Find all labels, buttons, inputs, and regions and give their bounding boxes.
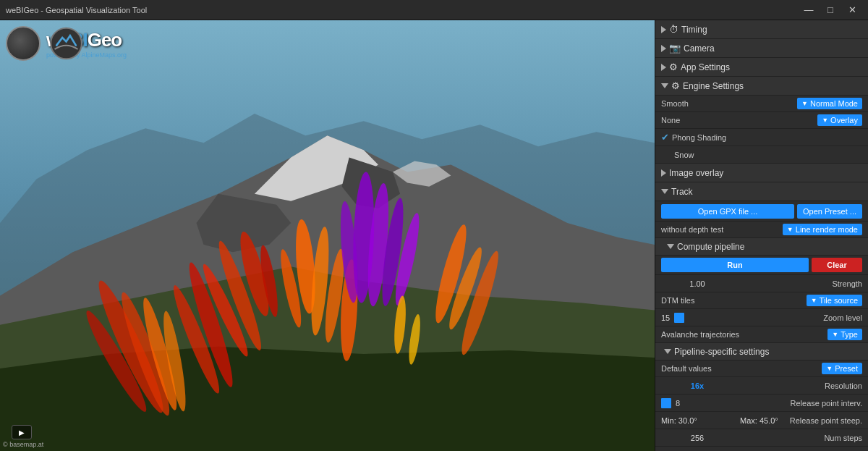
overlay-arrow-icon: ▼ bbox=[822, 117, 828, 124]
app-settings-expand-icon bbox=[661, 64, 666, 71]
phong-checkmark-icon: ✔ bbox=[661, 132, 669, 143]
open-preset-button[interactable]: Open Preset ... bbox=[797, 204, 862, 219]
timing-expand-icon bbox=[661, 26, 666, 33]
pipeline-specific-header[interactable]: Pipeline-specific settings bbox=[655, 343, 868, 361]
line-render-label: Line render mode bbox=[796, 225, 858, 234]
app-logo: weBIGeo powered by AlpineMaps.org bbox=[6, 26, 127, 61]
default-values-row: Default values ▼ Preset bbox=[655, 361, 868, 377]
overlay-dropdown[interactable]: ▼ Overlay bbox=[817, 114, 862, 126]
num-steps-row: 256 Num steps bbox=[655, 429, 868, 447]
app-settings-label: App Settings bbox=[681, 62, 730, 72]
phong-shading-label: Phong Shading bbox=[672, 133, 726, 142]
pipeline-specific-expand-icon bbox=[664, 349, 671, 354]
clear-button[interactable]: Clear bbox=[812, 258, 862, 272]
run-clear-row: Run Clear bbox=[655, 256, 868, 275]
smooth-row: Smooth ▼ Normal Mode bbox=[655, 96, 868, 112]
dtm-tiles-row: DTM tiles ▼ Tile source bbox=[655, 292, 868, 309]
gpx-preset-row: Open GPX file ... Open Preset ... bbox=[655, 201, 868, 222]
camera-icon: 📷 bbox=[669, 43, 681, 54]
type-label: Type bbox=[841, 330, 858, 339]
tile-source-arrow-icon: ▼ bbox=[811, 297, 817, 304]
camera-section-header[interactable]: 📷 Camera bbox=[655, 39, 868, 58]
pipeline-specific-label: Pipeline-specific settings bbox=[674, 347, 769, 357]
smooth-label: Smooth bbox=[661, 99, 689, 108]
open-gpx-button[interactable]: Open GPX file ... bbox=[661, 204, 794, 219]
engine-settings-label: Engine Settings bbox=[683, 81, 744, 91]
terrain-svg bbox=[0, 20, 655, 451]
none-overlay-row: None ▼ Overlay bbox=[655, 112, 868, 129]
close-button[interactable]: ✕ bbox=[842, 2, 862, 18]
tile-source-dropdown[interactable]: ▼ Tile source bbox=[807, 295, 862, 306]
depth-test-row: without depth test ▼ Line render mode bbox=[655, 222, 868, 238]
snow-label: Snow bbox=[661, 151, 694, 159]
image-overlay-label: Image overlay bbox=[669, 168, 723, 178]
run-button[interactable]: Run bbox=[661, 258, 809, 272]
preset-label: Preset bbox=[835, 364, 858, 373]
steepness-max-label: Max: 45.0° bbox=[740, 416, 778, 425]
release-interval-slider-icon[interactable] bbox=[661, 398, 671, 408]
resolution-label: Resolution bbox=[825, 382, 862, 390]
maximize-button[interactable]: □ bbox=[820, 2, 841, 18]
strength-row: 1.00 Strength bbox=[655, 275, 868, 292]
strength-value: 1.00 bbox=[661, 279, 733, 288]
image-overlay-expand-icon bbox=[661, 169, 666, 177]
titlebar: weBIGeo - Geospatial Visualization Tool … bbox=[0, 0, 868, 20]
track-section-header[interactable]: Track bbox=[655, 182, 868, 201]
timing-clock-icon: ⏱ bbox=[669, 24, 678, 35]
app-title: weBIGeo - Geospatial Visualization Tool bbox=[6, 6, 799, 14]
normal-mode-arrow-icon: ▼ bbox=[801, 100, 808, 107]
type-arrow-icon: ▼ bbox=[832, 331, 838, 338]
zoom-level-row: 15 Zoom level bbox=[655, 309, 868, 326]
zoom-level-value: 15 bbox=[661, 313, 670, 322]
resolution-value: 16x bbox=[661, 382, 733, 390]
zoom-level-label: Zoom level bbox=[823, 313, 862, 322]
minimize-button[interactable]: — bbox=[799, 2, 819, 18]
tile-source-label: Tile source bbox=[820, 296, 858, 305]
type-dropdown[interactable]: ▼ Type bbox=[827, 329, 862, 340]
app-settings-section-header[interactable]: ⚙ App Settings bbox=[655, 58, 868, 77]
compute-label: Compute pipeline bbox=[677, 242, 744, 252]
image-overlay-header[interactable]: Image overlay bbox=[655, 164, 868, 182]
timing-section-header[interactable]: ⏱ Timing bbox=[655, 20, 868, 39]
compute-expand-icon bbox=[667, 244, 674, 249]
avalanche-row: Avalanche trajectories ▼ Type bbox=[655, 326, 868, 343]
3d-viewport[interactable]: weBIGeo powered by AlpineMaps.org ▶ © ba… bbox=[0, 20, 655, 451]
normal-mode-dropdown[interactable]: ▼ Normal Mode bbox=[797, 98, 862, 109]
zoom-level-slider-icon[interactable] bbox=[674, 313, 684, 323]
camera-expand-icon bbox=[661, 45, 666, 52]
line-render-arrow-icon: ▼ bbox=[787, 226, 793, 233]
main-content: weBIGeo powered by AlpineMaps.org ▶ © ba… bbox=[0, 20, 868, 451]
engine-settings-section-header[interactable]: ⚙ Engine Settings bbox=[655, 77, 868, 96]
line-render-mode-dropdown[interactable]: ▼ Line render mode bbox=[783, 224, 862, 235]
play-button[interactable]: ▶ bbox=[12, 425, 32, 439]
resolution-row: 16x Resolution bbox=[655, 377, 868, 395]
num-steps-label: Num steps bbox=[824, 434, 862, 442]
engine-settings-gear-icon: ⚙ bbox=[671, 80, 680, 91]
compute-pipeline-header[interactable]: Compute pipeline bbox=[655, 238, 868, 256]
steepness-range-row: Min: 30.0° Max: 45.0° Release point stee… bbox=[655, 412, 868, 429]
svg-point-27 bbox=[51, 28, 82, 59]
track-label: Track bbox=[671, 187, 693, 197]
app-settings-gear-icon: ⚙ bbox=[669, 62, 678, 72]
right-panel: ⏱ Timing 📷 Camera ⚙ App Settings ⚙ Engin… bbox=[655, 20, 868, 451]
phong-shading-row[interactable]: ✔ Phong Shading bbox=[655, 129, 868, 146]
normal-mode-label: Normal Mode bbox=[810, 99, 858, 108]
preset-dropdown[interactable]: ▼ Preset bbox=[822, 363, 862, 374]
none-label: None bbox=[661, 116, 680, 125]
release-interval-value: 8 bbox=[676, 399, 680, 408]
basemap-credit: © basemap.at bbox=[3, 441, 43, 448]
dtm-tiles-label: DTM tiles bbox=[661, 296, 694, 305]
depth-test-label: without depth test bbox=[661, 225, 723, 234]
overlay-label: Overlay bbox=[830, 116, 858, 125]
camera-label: Camera bbox=[684, 43, 715, 54]
avalanche-label: Avalanche trajectories bbox=[661, 330, 739, 339]
release-interval-label: Release point interv. bbox=[791, 399, 862, 408]
release-interval-row: 8 Release point interv. bbox=[655, 395, 868, 412]
snow-row[interactable]: Snow bbox=[655, 146, 868, 164]
paths-row: 50000 Paths per release po. bbox=[655, 447, 868, 451]
steepness-min-label: Min: 30.0° bbox=[661, 416, 697, 425]
timing-label: Timing bbox=[681, 25, 707, 35]
engine-settings-expand-icon bbox=[661, 83, 668, 88]
logo-icon bbox=[6, 26, 41, 61]
window-controls: — □ ✕ bbox=[799, 2, 862, 18]
